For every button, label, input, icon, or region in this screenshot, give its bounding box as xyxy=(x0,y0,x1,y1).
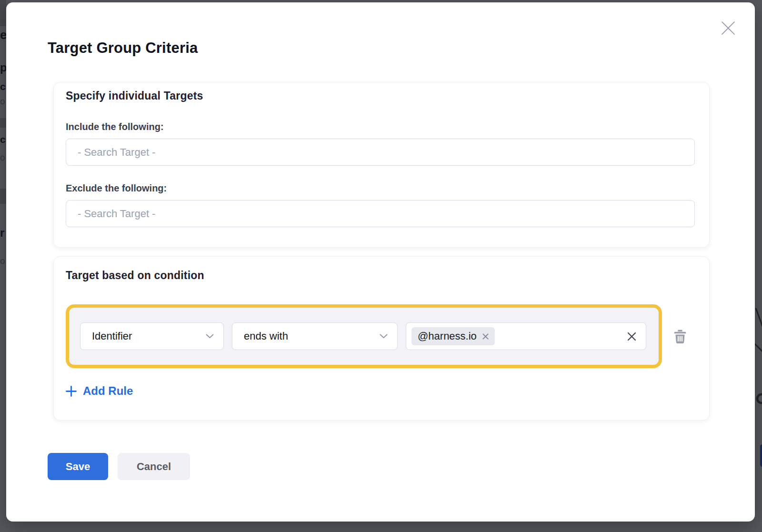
remove-value-icon[interactable] xyxy=(482,333,489,340)
attribute-select-value: Identifier xyxy=(92,330,132,342)
backdrop-text-fragment: o xyxy=(0,256,5,266)
condition-heading: Target based on condition xyxy=(66,269,204,282)
chevron-down-icon xyxy=(380,334,388,339)
backdrop-text-fragment: cl xyxy=(0,81,6,92)
delete-rule-button[interactable] xyxy=(673,329,687,344)
add-rule-label: Add Rule xyxy=(83,384,133,398)
backdrop-diagram-fragment xyxy=(755,262,762,532)
save-button[interactable]: Save xyxy=(48,453,108,480)
backdrop-band xyxy=(0,118,6,128)
rule-wrap: Identifier ends with @harness.io xyxy=(66,304,687,368)
close-icon xyxy=(721,21,735,35)
chevron-down-icon xyxy=(206,334,214,339)
operator-select[interactable]: ends with xyxy=(232,322,398,350)
backdrop-left-strip: er pe cl o cl o r o xyxy=(0,0,6,532)
backdrop-text-fragment: o xyxy=(0,152,5,163)
trash-icon xyxy=(673,329,687,344)
exclude-target-input[interactable] xyxy=(66,200,695,227)
target-group-criteria-modal: Target Group Criteria Specify individual… xyxy=(6,2,755,522)
include-label: Include the following: xyxy=(66,121,164,132)
plus-icon xyxy=(66,386,77,397)
backdrop-band xyxy=(0,0,6,26)
individual-targets-heading: Specify individual Targets xyxy=(66,90,203,102)
condition-card: Target based on condition Identifier end… xyxy=(53,256,710,421)
operator-select-value: ends with xyxy=(244,330,288,342)
include-target-input[interactable] xyxy=(66,139,695,166)
value-chip: @harness.io xyxy=(411,327,495,345)
backdrop-text-fragment: cl xyxy=(0,134,6,145)
individual-targets-card: Specify individual Targets Include the f… xyxy=(53,82,710,248)
backdrop-text-fragment: er xyxy=(0,28,6,42)
value-chip-label: @harness.io xyxy=(418,330,477,342)
backdrop-text-fragment: o xyxy=(0,96,5,107)
modal-title: Target Group Criteria xyxy=(48,40,198,57)
close-button[interactable] xyxy=(721,20,736,36)
condition-rule-row: Identifier ends with @harness.io xyxy=(66,304,662,368)
values-tag-input[interactable]: @harness.io xyxy=(406,322,646,350)
attribute-select[interactable]: Identifier xyxy=(80,322,224,350)
clear-values-icon[interactable] xyxy=(627,332,636,341)
add-rule-button[interactable]: Add Rule xyxy=(66,384,133,398)
cancel-button[interactable]: Cancel xyxy=(118,453,190,480)
exclude-label: Exclude the following: xyxy=(66,183,167,194)
backdrop-text-fragment: r xyxy=(0,226,4,240)
backdrop-text-fragment: pe xyxy=(0,61,6,74)
backdrop-band xyxy=(0,189,6,204)
